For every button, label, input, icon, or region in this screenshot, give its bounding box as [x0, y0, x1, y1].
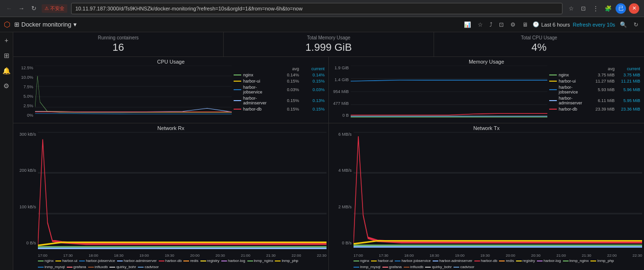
memory-legend-harbor-jobservice: harbor-jobservice 5.93 MiB 5.96 MiB [549, 85, 640, 94]
running-containers-label: Running containers [98, 35, 138, 40]
memory-legend-header: avg current [549, 66, 640, 71]
address-bar[interactable]: 10.11.97.187:3000/d/Ts9KHNSZk/docker-mon… [71, 3, 562, 14]
dashboard-title-text: Docker monitoring [21, 21, 72, 28]
side-nav: + ⊞ 🔔 ⚙ [0, 32, 13, 270]
legend-header: avg current [234, 66, 325, 71]
running-containers-value: 16 [112, 41, 124, 54]
star-icon[interactable]: ☆ [476, 20, 485, 29]
legend-harbor-jobservice: harbor-jobservice 0.03% 0.03% [234, 85, 325, 94]
profile-button[interactable]: 已 [616, 3, 626, 14]
memory-legend: avg current nginx 3.75 MiB 3.75 MiB [547, 65, 642, 118]
refresh-button[interactable]: Refresh every 10s [573, 22, 615, 28]
grid-icon: ⊞ [14, 21, 19, 28]
network-rx-panel: Network Rx 300 kB/s 200 kB/s 100 kB/s 0 … [13, 123, 329, 270]
network-tx-y-axis: 6 MB/s 4 MB/s 2 MB/s 0 B/s [331, 132, 354, 253]
running-containers-panel: Running containers 16 [13, 32, 224, 56]
back-button[interactable]: ← [5, 4, 13, 13]
charts-area: CPU Usage 12.5% 10.0% 7.5% 5.0% 2.5% 0% [13, 57, 644, 270]
total-cpu-panel: Total CPU Usage 4% [434, 32, 644, 56]
settings-icon[interactable]: ⚙ [508, 20, 517, 29]
browser-bar: ← → ↻ ⚠ 不安全 10.11.97.187:3000/d/Ts9KHNSZ… [0, 0, 644, 17]
nav-bell-icon[interactable]: 🔔 [1, 65, 12, 76]
cpu-chart-inner: 12.5% 10.0% 7.5% 5.0% 2.5% 0% [15, 65, 327, 118]
settings-button[interactable]: ⋮ [591, 4, 600, 13]
share-icon[interactable]: ⤴ [488, 20, 494, 29]
network-rx-x-labels: 17:00 17:30 18:00 18:30 19:00 19:30 20:0… [15, 253, 327, 258]
cpu-y-axis: 12.5% 10.0% 7.5% 5.0% 2.5% 0% [15, 65, 35, 118]
chart-row-top: CPU Usage 12.5% 10.0% 7.5% 5.0% 2.5% 0% [13, 57, 644, 123]
memory-chart-plot [351, 65, 547, 118]
grafana-layout: + ⊞ 🔔 ⚙ Running containers 16 Total Memo… [0, 32, 644, 270]
memory-chart-inner: 1.9 GiB 1.4 GiB 954 MiB 477 MiB 0 B [331, 65, 642, 118]
time-range-text: Last 6 hours [541, 22, 570, 28]
total-memory-value: 1.999 GiB [306, 41, 352, 54]
summary-row: Running containers 16 Total Memory Usage… [13, 32, 644, 57]
total-memory-label: Total Memory Usage [307, 35, 351, 40]
cpu-chart-panel: CPU Usage 12.5% 10.0% 7.5% 5.0% 2.5% 0% [13, 57, 329, 123]
bookmark-button[interactable]: ☆ [566, 4, 576, 13]
legend-nginx: nginx 0.14% 0.14% [234, 73, 325, 77]
url-text: 10.11.97.187:3000/d/Ts9KHNSZk/docker-mon… [75, 6, 302, 11]
warning-icon: ⚠ [45, 6, 49, 11]
chart-icon[interactable]: 📊 [462, 20, 473, 29]
refresh-text: Refresh every 10s [573, 22, 615, 28]
cpu-chart-plot [35, 65, 232, 118]
memory-legend-harbor-db: harbor-db 23.39 MiB 23.36 MiB [549, 107, 640, 112]
chart-row-bottom: Network Rx 300 kB/s 200 kB/s 100 kB/s 0 … [13, 123, 644, 270]
dashboard-title[interactable]: ⊞ Docker monitoring ▾ [14, 21, 77, 28]
network-rx-y-axis: 300 kB/s 200 kB/s 100 kB/s 0 B/s [15, 132, 38, 253]
security-text: 不安全 [50, 5, 64, 12]
total-cpu-value: 4% [532, 41, 547, 54]
network-tx-plot [354, 132, 642, 253]
cpu-legend: avg current nginx 0.14% 0.14% [232, 65, 327, 118]
network-tx-title: Network Tx [331, 125, 642, 131]
legend-harbor-db: harbor-db 0.15% 0.15% [234, 107, 325, 112]
forward-button[interactable]: → [17, 4, 26, 13]
main-content: Running containers 16 Total Memory Usage… [13, 32, 644, 270]
grafana-logo-icon: ⬡ [4, 20, 10, 29]
reload-button[interactable]: ↻ [29, 4, 38, 13]
network-rx-inner: 300 kB/s 200 kB/s 100 kB/s 0 B/s [15, 132, 327, 253]
browser-actions: ☆ ⊡ ⋮ 🧩 已 ✕ [566, 3, 639, 14]
grafana-top-actions: 📊 ☆ ⤴ ⊡ ⚙ 🖥 🕐 Last 6 hours Refresh every… [462, 20, 640, 29]
network-rx-plot [38, 132, 327, 253]
clock-icon: 🕐 [533, 21, 539, 28]
snapshot-icon[interactable]: ⊡ [497, 20, 506, 29]
security-indicator: ⚠ 不安全 [42, 4, 67, 13]
memory-legend-nginx: nginx 3.75 MiB 3.75 MiB [549, 73, 640, 77]
memory-legend-harbor-adminserver: harbor-adminserver 6.11 MiB 5.95 MiB [549, 96, 640, 105]
memory-chart-title: Memory Usage [331, 59, 642, 65]
legend-harbor-ui: harbor-ui 0.15% 0.15% [234, 79, 325, 84]
network-tx-panel: Network Tx 6 MB/s 4 MB/s 2 MB/s 0 B/s [329, 123, 644, 270]
search-icon[interactable]: 🔍 [618, 20, 629, 29]
cast-button[interactable]: ⊡ [579, 4, 588, 13]
nav-grid-icon[interactable]: ⊞ [1, 50, 12, 61]
total-cpu-label: Total CPU Usage [521, 35, 557, 40]
time-range[interactable]: 🕐 Last 6 hours [533, 21, 570, 28]
network-rx-legend: nginx harbor-ui harbor-jobservice harbor… [15, 258, 327, 270]
total-memory-panel: Total Memory Usage 1.999 GiB [224, 32, 434, 56]
memory-legend-harbor-ui: harbor-ui 11.27 MiB 11.21 MiB [549, 79, 640, 84]
sync-icon[interactable]: ↻ [632, 20, 640, 29]
nav-plus-icon[interactable]: + [1, 35, 12, 46]
network-tx-x-labels: 17:00 17:30 18:00 18:30 19:00 19:30 20:0… [331, 253, 642, 258]
cpu-chart-title: CPU Usage [15, 59, 327, 65]
chevron-down-icon: ▾ [73, 21, 77, 28]
memory-chart-panel: Memory Usage 1.9 GiB 1.4 GiB 954 MiB 477… [329, 57, 644, 123]
grafana-topbar: ⬡ ⊞ Docker monitoring ▾ 📊 ☆ ⤴ ⊡ ⚙ 🖥 🕐 La… [0, 17, 644, 32]
network-rx-title: Network Rx [15, 125, 327, 131]
legend-harbor-adminserver: harbor-adminserver 0.15% 0.13% [234, 96, 325, 105]
monitor-icon[interactable]: 🖥 [520, 20, 530, 29]
nav-settings-icon[interactable]: ⚙ [1, 81, 12, 91]
extension-button[interactable]: 🧩 [603, 4, 613, 13]
memory-y-axis: 1.9 GiB 1.4 GiB 954 MiB 477 MiB 0 B [331, 65, 351, 118]
network-tx-inner: 6 MB/s 4 MB/s 2 MB/s 0 B/s [331, 132, 642, 253]
close-button[interactable]: ✕ [629, 3, 639, 14]
network-tx-legend: nginx harbor-ui harbor-jobservice harbor… [331, 258, 642, 270]
